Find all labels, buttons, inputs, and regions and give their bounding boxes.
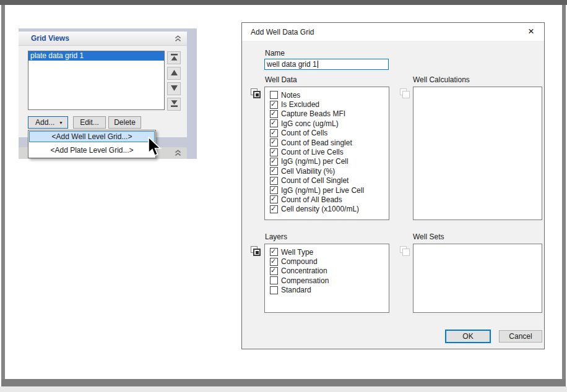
checkbox[interactable] — [270, 205, 278, 213]
checkbox-label: Is Excluded — [281, 100, 319, 109]
window-frame-bottom — [1, 379, 566, 386]
dialog-titlebar: Add Well Data Grid × — [242, 23, 544, 41]
checkbox[interactable] — [270, 286, 278, 294]
edit-button[interactable]: Edit... — [73, 116, 106, 129]
well-data-item[interactable]: Cell Viability (%) — [269, 166, 389, 176]
checkbox-label: Count of Bead singlet — [281, 138, 352, 147]
toggle-all-well-calculations-icon — [400, 88, 410, 99]
checkbox[interactable] — [270, 101, 278, 109]
grid-view-item-label: plate data grid 1 — [30, 51, 84, 60]
checkbox-label: Count of All Beads — [281, 195, 342, 204]
window-frame-shadow — [0, 386, 567, 392]
move-bottom-icon — [170, 100, 178, 109]
menu-item-label: <Add Plate Level Grid...> — [50, 146, 133, 155]
chevron-double-up-icon[interactable] — [175, 35, 181, 44]
grid-views-panel-header[interactable]: Grid Views — [19, 32, 187, 46]
checkbox-label: Cell density (x1000/mL) — [281, 205, 359, 213]
layer-item[interactable]: Standard — [269, 286, 389, 295]
checkbox-label: Count of Cell Singlet — [281, 176, 348, 185]
text-caret — [318, 61, 318, 68]
layer-item[interactable]: Compensation — [269, 276, 389, 285]
checkbox[interactable] — [270, 110, 278, 118]
checkbox-label: Notes — [281, 91, 300, 100]
name-input[interactable]: well data grid 1 — [264, 59, 389, 70]
add-button-label: Add... — [35, 118, 54, 127]
well-data-item[interactable]: Count of Live Cells — [269, 147, 389, 156]
well-data-item[interactable]: Count of Cells — [269, 129, 389, 138]
well-data-item[interactable]: IgG (ng/mL) per Live Cell — [269, 185, 389, 195]
layers-label: Layers — [265, 232, 287, 241]
checkbox[interactable] — [270, 276, 278, 284]
ok-button[interactable]: OK — [445, 330, 491, 343]
checkbox[interactable] — [270, 248, 278, 256]
panel-title: Grid Views — [31, 34, 69, 43]
toggle-all-well-data-icon[interactable] — [251, 88, 261, 99]
checkbox[interactable] — [270, 129, 278, 137]
menu-item[interactable]: <Add Plate Level Grid...> — [29, 145, 155, 156]
ok-button-label: OK — [462, 332, 473, 341]
layer-item[interactable]: Concentration — [269, 266, 389, 276]
well-data-item[interactable]: Notes — [269, 90, 389, 100]
well-data-item[interactable]: Count of Cell Singlet — [269, 176, 389, 185]
layer-item[interactable]: Compound — [269, 257, 389, 266]
layers-list[interactable]: Well Type Compound Concentration Compens… — [264, 244, 389, 313]
grid-view-list-item[interactable]: plate data grid 1 — [28, 51, 164, 61]
move-bottom-button[interactable] — [167, 98, 181, 111]
well-data-item[interactable]: Cell density (x1000/mL) — [269, 205, 389, 214]
checkbox-label: Capture Beads MFI — [281, 109, 345, 118]
name-label: Name — [265, 49, 285, 58]
well-data-item[interactable]: IgG (ng/mL) per Cell — [269, 157, 389, 166]
checkbox-label: Standard — [281, 286, 311, 294]
well-sets-list[interactable] — [413, 244, 542, 313]
well-data-item[interactable]: Count of Bead singlet — [269, 138, 389, 147]
toggle-front-square — [402, 249, 410, 256]
well-data-list[interactable]: Notes Is Excluded Capture Beads MFI IgG … — [264, 87, 389, 220]
checkbox[interactable] — [270, 177, 278, 185]
delete-button[interactable]: Delete — [108, 116, 141, 129]
add-dropdown-menu: <Add Well Level Grid...> <Add Plate Leve… — [28, 130, 156, 158]
toggle-front-square — [253, 91, 261, 98]
checkbox[interactable] — [270, 186, 278, 194]
move-top-button[interactable] — [167, 51, 181, 64]
checkbox-label: IgG conc (ug/mL) — [281, 119, 339, 128]
chevron-double-up-icon[interactable] — [175, 150, 181, 158]
delete-button-label: Delete — [114, 118, 136, 127]
checkbox[interactable] — [270, 195, 278, 203]
checkbox[interactable] — [270, 258, 278, 266]
cancel-button-label: Cancel — [509, 332, 532, 341]
well-data-item[interactable]: Count of All Beads — [269, 195, 389, 204]
add-button[interactable]: Add... ▼ — [28, 116, 68, 129]
checkbox[interactable] — [270, 167, 278, 175]
layer-item[interactable]: Well Type — [269, 247, 389, 257]
move-top-icon — [170, 53, 178, 63]
toggle-front-square — [402, 91, 410, 98]
checkbox-label: Count of Cells — [281, 129, 327, 137]
close-icon[interactable]: × — [526, 25, 537, 38]
well-calculations-list[interactable] — [413, 87, 542, 220]
checkbox-label: Well Type — [281, 248, 313, 257]
checkbox-label: IgG (ng/mL) per Cell — [281, 157, 348, 166]
checkbox-label: Concentration — [281, 266, 327, 275]
move-up-button[interactable] — [167, 67, 181, 80]
toggle-all-layers-icon[interactable] — [251, 246, 261, 257]
checkbox-label: Compound — [281, 257, 318, 266]
app-window: Grid Views plate data grid 1 Add... ▼ Ed… — [0, 0, 567, 392]
checkbox[interactable] — [270, 267, 278, 275]
well-data-item[interactable]: Is Excluded — [269, 100, 389, 109]
move-down-button[interactable] — [167, 82, 181, 95]
well-calculations-label: Well Calculations — [413, 75, 470, 84]
well-data-item[interactable]: IgG conc (ug/mL) — [269, 119, 389, 128]
menu-item-label: <Add Well Level Grid...> — [52, 132, 132, 141]
grid-views-listbox[interactable]: plate data grid 1 — [28, 51, 165, 110]
well-data-item[interactable]: Capture Beads MFI — [269, 109, 389, 119]
checkbox[interactable] — [270, 91, 278, 99]
checkbox[interactable] — [270, 148, 278, 156]
menu-item[interactable]: <Add Well Level Grid...> — [29, 131, 155, 142]
checkbox[interactable] — [270, 158, 278, 166]
name-input-value: well data grid 1 — [267, 60, 317, 69]
checkbox-label: Count of Live Cells — [281, 148, 344, 156]
checkbox[interactable] — [270, 138, 278, 147]
checkbox[interactable] — [270, 119, 278, 127]
cancel-button[interactable]: Cancel — [499, 330, 542, 343]
window-frame-top — [0, 0, 567, 5]
